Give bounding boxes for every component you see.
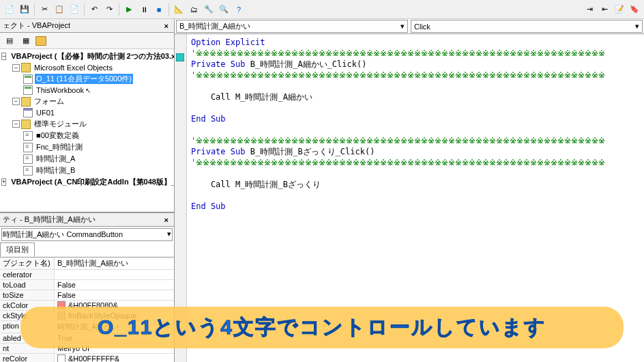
view-object-icon[interactable]: ▦ xyxy=(19,34,33,48)
chevron-down-icon: ▾ xyxy=(400,22,405,31)
tree-module-1[interactable]: ■00変数定義 xyxy=(1,130,173,141)
tool-design[interactable]: 📐 xyxy=(172,3,186,16)
tree-toggle-icon[interactable]: − xyxy=(12,120,20,128)
tool-redo[interactable]: ↷ xyxy=(102,3,116,16)
form-icon xyxy=(23,108,33,117)
folder-icon xyxy=(21,97,31,107)
tree-root-2[interactable]: + VBAProject (A_CN印刷設定AddIn【第048版】_UF xyxy=(1,176,173,188)
caption-overlay: O_11という4文字でコントロールしています xyxy=(20,307,624,348)
main-toolbar: 📄 💾 ✂ 📋 📄 ↶ ↷ ▶ ⏸ ■ 📐 🗂 🔧 🔍 ? ⇥ ⇤ 📝 🔖 xyxy=(0,0,644,19)
project-panel-header: ェクト - VBAProject × xyxy=(0,19,174,33)
sheet-icon xyxy=(23,74,33,84)
prop-name: toSize xyxy=(0,290,55,300)
project-panel-close[interactable]: × xyxy=(162,22,171,30)
prop-value[interactable]: B_時間計測_A細かい xyxy=(55,257,174,269)
chevron-down-icon: ▾ xyxy=(167,229,171,238)
props-panel-close[interactable]: × xyxy=(162,216,171,224)
breakpoint-marker[interactable] xyxy=(176,53,184,61)
tool-browser[interactable]: 🔍 xyxy=(217,3,231,16)
tree-toggle-icon[interactable]: − xyxy=(12,64,20,72)
tree-module-fnc[interactable]: Fnc_時間計測 xyxy=(1,141,173,153)
code-procedure-dropdown[interactable]: Click ▾ xyxy=(411,20,643,33)
cursor-icon: ↖ xyxy=(85,87,91,94)
module-icon xyxy=(23,143,33,152)
prop-row[interactable]: ブジェクト名)B_時間計測_A細かい xyxy=(0,257,174,270)
prop-row[interactable]: celerator xyxy=(0,270,174,280)
code-object-dropdown[interactable]: B_時間計測_A細かい ▾ xyxy=(176,20,408,33)
tool-file[interactable]: 📄 xyxy=(3,3,16,16)
project-toolbar: ▤ ▦ xyxy=(0,33,174,49)
project-tree: − VBAProject (【必修】時間の計測 2つの方法03.xlsm − M… xyxy=(0,49,174,212)
props-object-dropdown[interactable]: 時間計測_A細かい CommandButton ▾ xyxy=(1,228,173,241)
tree-form-uf01[interactable]: UF01 xyxy=(1,107,173,118)
prop-name: toLoad xyxy=(0,280,55,290)
prop-name: ブジェクト名) xyxy=(0,257,55,269)
tree-folder-forms[interactable]: − フォーム xyxy=(1,96,173,107)
tool-comment[interactable]: 📝 xyxy=(613,3,626,16)
props-tab-alpha[interactable]: 項目別 xyxy=(0,242,35,257)
project-panel-title: ェクト - VBAProject xyxy=(3,20,70,31)
prop-value[interactable] xyxy=(55,270,174,279)
tree-module-b[interactable]: 時間計測_B xyxy=(1,165,173,176)
tree-root-1[interactable]: − VBAProject (【必修】時間の計測 2つの方法03.xlsm xyxy=(1,51,173,62)
prop-value[interactable]: False xyxy=(55,290,174,300)
folder-icon[interactable] xyxy=(35,36,46,46)
tool-props[interactable]: 🔧 xyxy=(202,3,216,16)
color-swatch-icon xyxy=(57,354,65,362)
prop-row[interactable]: toLoadFalse xyxy=(0,280,174,290)
prop-row[interactable]: toSizeFalse xyxy=(0,290,174,301)
tree-module-a[interactable]: 時間計測_A xyxy=(1,153,173,165)
tool-indent[interactable]: ⇥ xyxy=(583,3,596,16)
prop-row[interactable]: reColor&H00FFFFFF& xyxy=(0,354,174,362)
props-panel-header: ティ - B_時間計測_A細かい × xyxy=(0,213,174,227)
tool-bookmark[interactable]: 🔖 xyxy=(628,3,641,16)
tool-run[interactable]: ▶ xyxy=(122,3,136,16)
folder-icon xyxy=(21,120,31,129)
prop-value[interactable]: &H00FFFFFF& xyxy=(55,354,174,362)
folder-icon xyxy=(21,63,31,72)
module-icon xyxy=(23,166,33,176)
chevron-down-icon: ▾ xyxy=(635,22,639,31)
props-panel-title: ティ - B_時間計測_A細かい xyxy=(3,214,96,225)
tree-thisworkbook[interactable]: ThisWorkbook ↖ xyxy=(1,85,173,96)
tool-reset[interactable]: ■ xyxy=(152,3,166,16)
prop-name: celerator xyxy=(0,270,55,279)
tool-undo[interactable]: ↶ xyxy=(87,3,101,16)
prop-value[interactable]: False xyxy=(55,280,174,290)
tool-help[interactable]: ? xyxy=(232,3,246,16)
tree-toggle-icon[interactable]: + xyxy=(1,178,6,186)
tree-toggle-icon[interactable]: − xyxy=(12,98,20,105)
tool-paste[interactable]: 📄 xyxy=(68,3,81,16)
tool-cut[interactable]: ✂ xyxy=(38,3,51,16)
tool-copy[interactable]: 📋 xyxy=(53,3,66,16)
view-code-icon[interactable]: ▤ xyxy=(3,34,16,48)
tree-folder-objects[interactable]: − Microsoft Excel Objects xyxy=(1,62,173,73)
tool-outdent[interactable]: ⇤ xyxy=(598,3,611,16)
workbook-icon xyxy=(23,85,33,95)
module-icon xyxy=(23,154,33,164)
tree-toggle-icon[interactable]: − xyxy=(1,53,6,60)
tree-sheet-selected[interactable]: O_11 (11会員データ5000件) xyxy=(1,73,173,85)
tool-save[interactable]: 💾 xyxy=(18,3,31,16)
tool-project[interactable]: 🗂 xyxy=(187,3,201,16)
module-icon xyxy=(23,131,33,141)
tool-break[interactable]: ⏸ xyxy=(137,3,151,16)
tree-folder-modules[interactable]: − 標準モジュール xyxy=(1,118,173,130)
prop-name: reColor xyxy=(0,354,55,362)
